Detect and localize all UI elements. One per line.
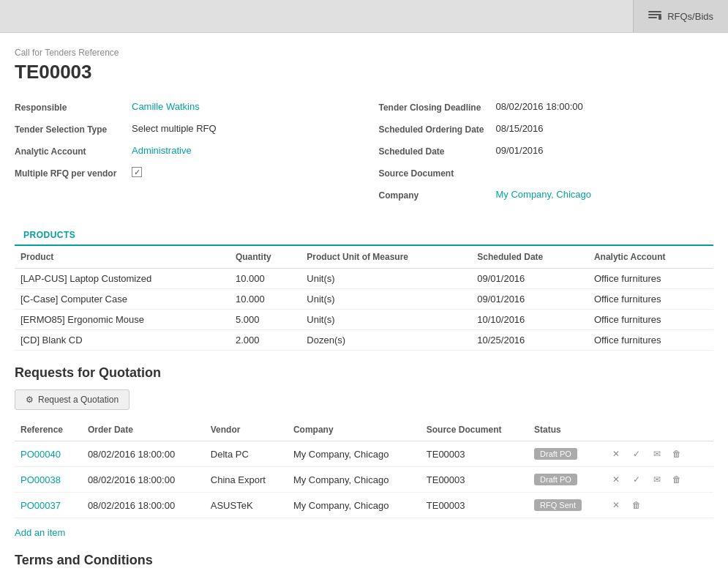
rfq-col-order-date: Order Date — [82, 419, 205, 441]
request-quotation-button[interactable]: ⚙ Request a Quotation — [15, 389, 130, 410]
rfqs-bids-nav[interactable]: RFQs/Bids — [633, 0, 728, 32]
product-quantity: 2.000 — [230, 330, 301, 351]
rfq-status: Draft PO — [528, 441, 601, 467]
trash-icon[interactable]: 🗑 — [628, 497, 645, 513]
rfq-vendor: ASUSTeK — [205, 493, 288, 518]
delete-icon[interactable]: ✕ — [608, 497, 624, 513]
rfq-actions: ✕ ✓ ✉ 🗑 — [601, 467, 713, 493]
rfq-company: My Company, Chicago — [288, 441, 421, 467]
topbar: RFQs/Bids — [0, 0, 728, 33]
scheduled-date-value: 09/01/2016 — [496, 145, 544, 156]
confirm-icon[interactable]: ✓ — [628, 471, 645, 488]
rfq-company: My Company, Chicago — [288, 493, 421, 518]
rfq-source-document: TE00003 — [421, 467, 528, 493]
status-badge: Draft PO — [534, 474, 577, 485]
confirm-icon[interactable]: ✓ — [628, 446, 645, 462]
tender-selection-label: Tender Selection Type — [15, 123, 132, 135]
rfq-status: RFQ Sent — [528, 493, 601, 518]
product-scheduled-date: 09/01/2016 — [471, 269, 588, 289]
gear-icon: ⚙ — [26, 395, 34, 405]
rfq-actions: ✕ ✓ ✉ 🗑 — [601, 441, 713, 467]
rfq-row[interactable]: PO00037 08/02/2016 18:00:00 ASUSTeK My C… — [15, 493, 713, 518]
scheduled-ordering-field: Scheduled Ordering Date 08/15/2016 — [379, 123, 714, 139]
product-name: [C-Case] Computer Case — [15, 289, 230, 310]
table-row[interactable]: [C-Case] Computer Case 10.000 Unit(s) 09… — [15, 289, 713, 310]
request-quotation-label: Request a Quotation — [38, 395, 119, 405]
product-scheduled-date: 10/10/2016 — [471, 310, 588, 330]
analytic-account-value[interactable]: Administrative — [132, 145, 192, 156]
closing-deadline-field: Tender Closing Deadline 08/02/2016 18:00… — [379, 101, 714, 117]
table-row[interactable]: [ERMO85] Ergonomic Mouse 5.000 Unit(s) 1… — [15, 310, 713, 330]
company-label: Company — [379, 189, 496, 201]
rfq-status: Draft PO — [528, 467, 601, 493]
product-name: [ERMO85] Ergonomic Mouse — [15, 310, 230, 330]
products-table: Product Quantity Product Unit of Measure… — [15, 246, 713, 351]
rfq-col-status: Status — [528, 419, 601, 441]
analytic-account-field: Analytic Account Administrative — [15, 145, 350, 161]
company-field: Company My Company, Chicago — [379, 189, 714, 205]
tender-selection-value: Select multiple RFQ — [132, 123, 217, 134]
multiple-rfq-checkbox[interactable]: ✓ — [132, 167, 142, 177]
rfqs-bids-label: RFQs/Bids — [667, 11, 713, 22]
responsible-field: Responsible Camille Watkins — [15, 101, 350, 117]
rfq-reference[interactable]: PO00038 — [15, 467, 82, 493]
scheduled-date-field: Scheduled Date 09/01/2016 — [379, 145, 714, 161]
product-analytic-account: Office furnitures — [588, 330, 713, 351]
product-uom: Unit(s) — [301, 269, 471, 289]
rfq-vendor: China Export — [205, 467, 288, 493]
col-scheduled-date: Scheduled Date — [471, 246, 588, 269]
trash-icon[interactable]: 🗑 — [669, 471, 685, 488]
source-document-label: Source Document — [379, 167, 496, 179]
status-badge: RFQ Sent — [534, 499, 582, 511]
col-analytic-account: Analytic Account — [588, 246, 713, 269]
svg-rect-1 — [648, 14, 661, 15]
product-name: [LAP-CUS] Laptop Customized — [15, 269, 230, 289]
rfq-order-date: 08/02/2016 18:00:00 — [82, 467, 205, 493]
analytic-account-label: Analytic Account — [15, 145, 132, 157]
table-row[interactable]: [CD] Blank CD 2.000 Dozen(s) 10/25/2016 … — [15, 330, 713, 351]
product-quantity: 10.000 — [230, 289, 301, 310]
email-icon[interactable]: ✉ — [649, 446, 665, 462]
closing-deadline-label: Tender Closing Deadline — [379, 101, 496, 113]
closing-deadline-value: 08/02/2016 18:00:00 — [496, 101, 583, 112]
email-icon[interactable]: ✉ — [649, 471, 665, 488]
products-tab-section: PRODUCTS — [15, 225, 713, 246]
status-badge: Draft PO — [534, 448, 577, 460]
rfq-order-date: 08/02/2016 18:00:00 — [82, 493, 205, 518]
col-quantity: Quantity — [230, 246, 301, 269]
rfq-reference[interactable]: PO00037 — [15, 493, 82, 518]
product-name: [CD] Blank CD — [15, 330, 230, 351]
col-product: Product — [15, 246, 230, 269]
rfq-row[interactable]: PO00038 08/02/2016 18:00:00 China Export… — [15, 467, 713, 493]
products-tab[interactable]: PRODUCTS — [15, 225, 84, 246]
scheduled-date-label: Scheduled Date — [379, 145, 496, 157]
multiple-rfq-label: Multiple RFQ per vendor — [15, 167, 132, 179]
product-quantity: 5.000 — [230, 310, 301, 330]
product-quantity: 10.000 — [230, 269, 301, 289]
form-right: Tender Closing Deadline 08/02/2016 18:00… — [350, 101, 714, 211]
rfq-section-title: Requests for Quotation — [15, 365, 713, 381]
rfq-source-document: TE00003 — [421, 441, 528, 467]
rfq-col-actions — [601, 419, 713, 441]
add-item-link[interactable]: Add an item — [15, 527, 65, 538]
tender-selection-field: Tender Selection Type Select multiple RF… — [15, 123, 350, 139]
rfq-row[interactable]: PO00040 08/02/2016 18:00:00 Delta PC My … — [15, 441, 713, 467]
product-analytic-account: Office furnitures — [588, 269, 713, 289]
table-row[interactable]: [LAP-CUS] Laptop Customized 10.000 Unit(… — [15, 269, 713, 289]
scheduled-ordering-value: 08/15/2016 — [496, 123, 544, 134]
svg-rect-2 — [648, 17, 657, 18]
multiple-rfq-field: Multiple RFQ per vendor ✓ — [15, 167, 350, 183]
trash-icon[interactable]: 🗑 — [669, 446, 685, 462]
product-uom: Dozen(s) — [301, 330, 471, 351]
rfq-reference[interactable]: PO00040 — [15, 441, 82, 467]
delete-icon[interactable]: ✕ — [608, 471, 624, 488]
delete-icon[interactable]: ✕ — [608, 446, 624, 462]
rfq-col-source-document: Source Document — [421, 419, 528, 441]
responsible-value[interactable]: Camille Watkins — [132, 101, 200, 112]
product-analytic-account: Office furnitures — [588, 310, 713, 330]
page-label: Call for Tenders Reference — [15, 48, 713, 58]
company-value[interactable]: My Company, Chicago — [496, 189, 592, 200]
rfqs-icon — [648, 11, 661, 21]
source-document-field: Source Document — [379, 167, 714, 183]
rfq-table: Reference Order Date Vendor Company Sour… — [15, 419, 713, 518]
